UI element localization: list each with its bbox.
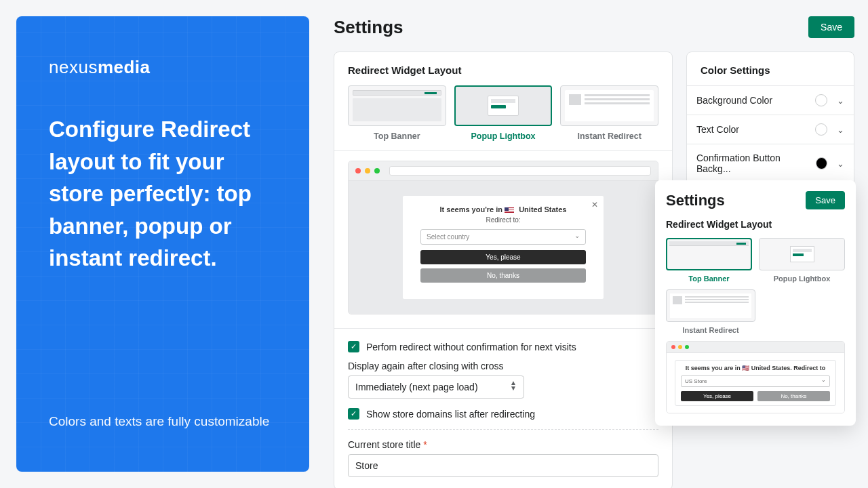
check-icon: ✓ <box>348 341 359 352</box>
browser-chrome <box>349 161 658 181</box>
hero-subline: Colors and texts are fully customizable <box>49 411 269 431</box>
store-title-input[interactable] <box>348 454 658 477</box>
layout-option-instant[interactable]: Instant Redirect <box>560 85 658 141</box>
mobile-yes-button[interactable]: Yes, please <box>681 391 753 401</box>
mobile-section-title: Redirect Widget Layout <box>666 219 845 230</box>
mobile-option-top-banner[interactable]: Top Banner <box>666 238 752 283</box>
country-select[interactable]: Select country <box>420 229 586 245</box>
dialog-no-button[interactable]: No, thanks <box>420 268 586 283</box>
checkbox-confirm-next-visits[interactable]: ✓ Perfom redirect without confirmation f… <box>348 341 658 352</box>
layout-option-top-banner[interactable]: Top Banner <box>348 85 446 141</box>
check-icon: ✓ <box>348 408 359 420</box>
chevron-down-icon: ⌄ <box>837 125 844 135</box>
color-row-text[interactable]: Text Color⌄ <box>687 115 854 144</box>
mobile-option-popup[interactable]: Popup Lightbox <box>759 238 845 283</box>
mobile-save-button[interactable]: Save <box>806 191 845 209</box>
chevron-down-icon: ⌄ <box>837 159 844 169</box>
layout-section-title: Redirect Widget Layout <box>334 52 672 85</box>
dialog-yes-button[interactable]: Yes, please <box>420 250 586 264</box>
layout-option-popup[interactable]: Popup Lightbox <box>454 85 553 141</box>
swatch-icon <box>815 94 827 106</box>
color-row-background[interactable]: Background Color⌄ <box>687 85 854 115</box>
page-title: Settings <box>334 17 403 38</box>
swatch-icon <box>816 157 827 169</box>
us-flag-icon <box>505 207 514 214</box>
hero-panel: nexusmedia Configure Redirect layout to … <box>16 16 309 472</box>
color-row-confirm-btn[interactable]: Confirmation Button Backg...⌄ <box>687 144 854 182</box>
color-section-title: Color Settings <box>687 52 854 85</box>
chevron-down-icon: ⌄ <box>837 96 844 106</box>
preview-dialog: ✕ It seems you're in United States Redir… <box>403 196 604 299</box>
select-arrows-icon: ▲▼ <box>510 380 517 391</box>
mobile-country-select[interactable]: US Store <box>681 375 830 387</box>
mobile-page-title: Settings <box>666 192 725 209</box>
hero-headline: Configure Redirect layout to fit your st… <box>49 113 277 274</box>
mobile-option-instant[interactable]: Instant Redirect <box>666 289 755 334</box>
swatch-icon <box>815 123 827 136</box>
layout-preview: ✕ It seems you're in United States Redir… <box>334 151 672 328</box>
mobile-no-button[interactable]: No, thanks <box>757 391 830 401</box>
mobile-banner-preview: It seems you are in 🇺🇸 United States. Re… <box>666 341 845 413</box>
close-icon[interactable]: ✕ <box>591 200 598 209</box>
store-title-label: Current store title * <box>348 439 658 450</box>
checkbox-show-domains[interactable]: ✓ Show store domains list after redirect… <box>348 408 658 420</box>
display-again-label: Display again after closing with cross <box>348 361 658 371</box>
display-again-select[interactable]: Immediately (next page load) ▲▼ <box>348 375 524 399</box>
save-button[interactable]: Save <box>808 16 854 38</box>
mobile-preview-card: Settings Save Redirect Widget Layout Top… <box>655 180 856 426</box>
layout-card: Redirect Widget Layout Top Banner Popup … <box>334 52 673 488</box>
brand-logo: nexusmedia <box>49 57 277 78</box>
